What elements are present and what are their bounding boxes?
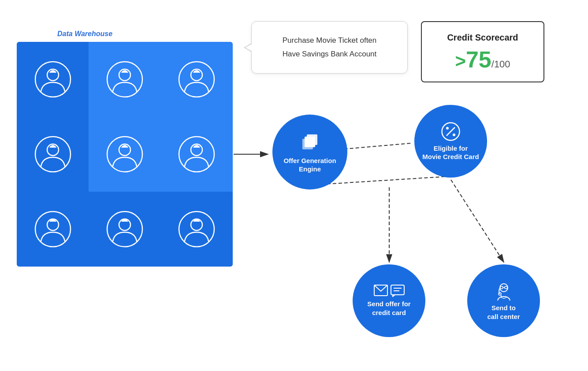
person-icon-5 xyxy=(105,134,145,174)
scorecard-score-prefix: > xyxy=(455,52,466,70)
speech-bubble: Purchase Movie Ticket often Have Savings… xyxy=(251,21,408,74)
svg-rect-27 xyxy=(305,137,315,147)
person-icon-1 xyxy=(33,59,73,99)
data-warehouse-grid xyxy=(17,42,233,267)
grid-cell-8 xyxy=(89,192,160,267)
discount-icon xyxy=(441,122,461,141)
person-icon-4 xyxy=(33,134,73,174)
eligible-label: Eligible forMovie Credit Card xyxy=(422,144,479,161)
svg-point-30 xyxy=(453,134,455,136)
send-offer-circle: Send offer forcredit card xyxy=(353,264,425,337)
grid-cell-3 xyxy=(161,42,233,117)
scorecard-max: /100 xyxy=(491,59,510,70)
speech-bubble-text: Purchase Movie Ticket often Have Savings… xyxy=(265,34,394,61)
svg-rect-38 xyxy=(505,286,507,289)
grid-cell-6 xyxy=(161,117,233,192)
svg-point-14 xyxy=(107,211,142,247)
person-icon-7 xyxy=(33,209,73,249)
person-icon-6 xyxy=(177,134,216,174)
grid-cell-5 xyxy=(89,117,160,192)
svg-point-2 xyxy=(107,62,142,97)
call-center-circle: Send tocall center xyxy=(467,264,540,337)
send-offer-icons xyxy=(374,285,405,297)
offer-engine-icon xyxy=(299,131,321,153)
person-icon-3 xyxy=(177,59,216,99)
svg-point-4 xyxy=(179,62,214,97)
svg-point-10 xyxy=(179,137,214,172)
chat-icon xyxy=(391,285,405,297)
grid-cell-2 xyxy=(89,42,160,117)
email-icon xyxy=(374,285,388,296)
svg-point-29 xyxy=(446,127,449,130)
svg-line-23 xyxy=(451,180,504,262)
person-icon-8 xyxy=(105,209,145,249)
person-icon-9 xyxy=(177,209,216,249)
data-warehouse-label: Data Warehouse xyxy=(57,30,112,38)
grid-cell-1 xyxy=(17,42,89,117)
offer-engine-circle: Offer GenerationEngine xyxy=(272,115,347,189)
send-offer-label: Send offer forcredit card xyxy=(367,300,410,317)
svg-point-8 xyxy=(107,137,142,172)
call-center-label: Send tocall center xyxy=(487,304,520,321)
person-icon-2 xyxy=(105,59,145,99)
grid-cell-4 xyxy=(17,117,89,192)
scorecard-title: Credit Scorecard xyxy=(435,33,530,43)
svg-point-12 xyxy=(35,211,71,247)
svg-point-0 xyxy=(35,62,71,97)
svg-point-6 xyxy=(35,137,71,172)
agent-icon xyxy=(493,281,514,302)
main-canvas: Data Warehouse xyxy=(0,0,588,371)
svg-rect-37 xyxy=(500,286,503,289)
eligible-circle: Eligible forMovie Credit Card xyxy=(414,105,487,178)
grid-cell-9 xyxy=(161,192,233,267)
svg-point-16 xyxy=(179,211,214,247)
offer-engine-label: Offer GenerationEngine xyxy=(283,156,336,174)
grid-cell-7 xyxy=(17,192,89,267)
scorecard-score: 75 xyxy=(466,48,491,71)
credit-scorecard-box: Credit Scorecard > 75 /100 xyxy=(421,21,544,82)
svg-rect-33 xyxy=(391,285,404,295)
